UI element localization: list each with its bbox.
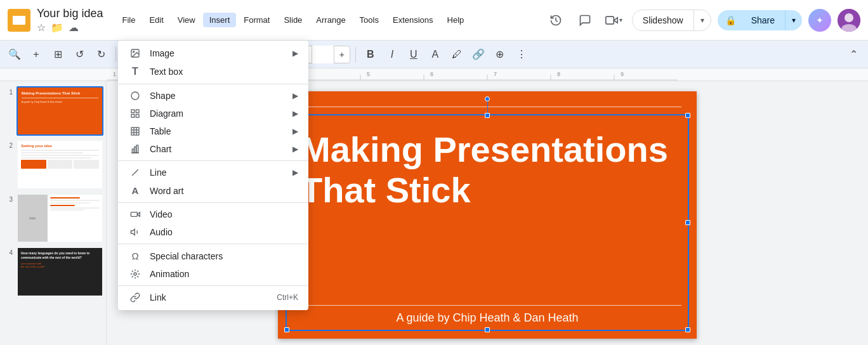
menu-item-video[interactable]: Video <box>118 205 308 223</box>
link-menu-icon <box>128 292 142 303</box>
user-avatar[interactable] <box>838 9 860 32</box>
doc-title: Your big idea <box>37 7 103 20</box>
video-icon <box>128 209 142 219</box>
shape-arrow: ▶ <box>293 91 298 100</box>
menu-help[interactable]: Help <box>441 13 471 27</box>
slide-thumb-4[interactable]: 4 How many languages do you need to know… <box>3 247 103 296</box>
menu-item-chart[interactable]: Chart ▶ <box>118 140 308 158</box>
comment-button[interactable] <box>574 9 596 32</box>
svg-text:8: 8 <box>557 71 560 77</box>
star-icon[interactable]: ☆ <box>37 22 46 34</box>
redo-button[interactable]: ↻ <box>91 45 110 64</box>
slide-preview-4[interactable]: How many languages do you need to know t… <box>16 247 103 296</box>
menu-slide[interactable]: Slide <box>277 13 308 27</box>
more-options[interactable]: ⋮ <box>512 45 531 64</box>
menu-item-link[interactable]: Link Ctrl+K <box>118 289 308 306</box>
underline-button[interactable]: U <box>404 45 423 64</box>
slide-preview-1[interactable]: Making Presentations That Stick A guide … <box>16 86 103 136</box>
svg-rect-37 <box>136 145 138 153</box>
zoom-fit-button[interactable]: 🔍 <box>5 45 24 64</box>
cloud-icon[interactable]: ☁ <box>69 22 79 34</box>
handle-bottom-right[interactable] <box>685 327 690 332</box>
slide-thumb-2[interactable]: 2 Setting your idea <box>3 140 103 189</box>
svg-rect-0 <box>606 16 614 24</box>
special-chars-label: Special characters <box>150 251 298 261</box>
table-arrow: ▶ <box>293 127 298 136</box>
slide-main-title: Making Presentations That Stick <box>301 129 674 275</box>
slideshow-label[interactable]: Slideshow <box>633 10 694 30</box>
slide-subtitle: A guide by Chip Heath & Dan Heath <box>301 311 674 325</box>
svg-marker-41 <box>131 229 135 235</box>
diagram-icon <box>128 108 142 119</box>
menu-insert[interactable]: Insert <box>203 13 237 27</box>
menu-arrange[interactable]: Arrange <box>310 13 352 27</box>
share-button[interactable]: 🔒 Share ▾ <box>718 10 802 30</box>
shape-label: Shape <box>150 91 293 101</box>
collapse-toolbar[interactable]: ⌃ <box>844 45 863 64</box>
highlight-button[interactable]: 🖊 <box>447 45 466 64</box>
camera-button[interactable]: ▾ <box>603 9 626 32</box>
font-size-increase[interactable]: + <box>334 46 350 63</box>
menu-item-diagram[interactable]: Diagram ▶ <box>118 105 308 122</box>
slide-thumb-1[interactable]: 1 Making Presentations That Stick A guid… <box>3 86 103 136</box>
menu-item-special-characters[interactable]: Ω Special characters <box>118 247 308 265</box>
share-caret[interactable]: ▾ <box>786 11 802 30</box>
table-label: Table <box>150 126 293 136</box>
gemini-button[interactable]: ✦ <box>808 9 831 32</box>
menu-item-image[interactable]: Image ▶ <box>118 44 308 62</box>
menu-view[interactable]: View <box>171 13 202 27</box>
svg-text:5: 5 <box>367 71 370 77</box>
menu-item-line[interactable]: Line ▶ <box>118 164 308 181</box>
insert-dropdown-menu: Image ▶ T Text box Shape ▶ Diagram ▶ Tab… <box>118 41 308 310</box>
menu-tools[interactable]: Tools <box>353 13 385 27</box>
handle-bottom-left[interactable] <box>284 327 289 332</box>
font-size-input[interactable]: 48 <box>312 46 334 63</box>
undo-button[interactable]: ↺ <box>70 45 89 64</box>
slideshow-button[interactable]: Slideshow ▾ <box>632 10 711 31</box>
slide-preview-2[interactable]: Setting your idea <box>16 140 103 189</box>
svg-rect-29 <box>131 127 139 135</box>
svg-line-38 <box>132 169 138 175</box>
menu-item-textbox[interactable]: T Text box <box>118 62 308 81</box>
menu-extensions[interactable]: Extensions <box>386 13 440 27</box>
text-color-button[interactable]: A <box>426 45 445 64</box>
menu-edit[interactable]: Edit <box>143 13 169 27</box>
rotation-handle[interactable] <box>485 96 490 101</box>
menu-format[interactable]: Format <box>237 13 276 27</box>
link-button[interactable]: 🔗 <box>469 45 488 64</box>
svg-rect-39 <box>131 212 137 217</box>
share-label[interactable]: Share <box>741 10 786 30</box>
handle-top-right[interactable] <box>685 113 690 118</box>
zoom-in-button[interactable]: + <box>27 45 46 64</box>
image-icon <box>128 48 142 58</box>
handle-middle-right[interactable] <box>685 220 690 225</box>
menu-sep-1 <box>118 84 308 84</box>
history-button[interactable] <box>544 9 567 32</box>
menu-sep-4 <box>118 244 308 244</box>
svg-point-24 <box>131 92 139 100</box>
slide-num-1: 1 <box>3 89 13 96</box>
animation-icon <box>128 269 142 279</box>
slideshow-caret[interactable]: ▾ <box>694 11 711 30</box>
insert-special[interactable]: ⊕ <box>490 45 510 64</box>
app-icon[interactable] <box>8 9 30 32</box>
menu-item-table[interactable]: Table ▶ <box>118 122 308 140</box>
insert-image-tb[interactable]: ⊞ <box>48 45 67 64</box>
slide-thumb-3[interactable]: 3 Intro <box>3 193 103 243</box>
slide-preview-3[interactable]: Intro <box>16 193 103 243</box>
menu-item-audio[interactable]: Audio <box>118 223 308 241</box>
animation-label: Animation <box>150 269 298 279</box>
menu-file[interactable]: File <box>115 13 141 27</box>
handle-top-center[interactable] <box>485 113 490 118</box>
audio-label: Audio <box>150 227 298 237</box>
menu-item-wordart[interactable]: A Word art <box>118 181 308 200</box>
menu-item-animation[interactable]: Animation <box>118 265 308 283</box>
title-area: Your big idea ☆ 📁 ☁ <box>37 7 103 34</box>
top-right-controls: ▾ Slideshow ▾ 🔒 Share ▾ ✦ <box>544 9 860 32</box>
italic-button[interactable]: I <box>383 45 402 64</box>
slide-num-3: 3 <box>3 196 13 203</box>
menu-item-shape[interactable]: Shape ▶ <box>118 87 308 105</box>
handle-bottom-center[interactable] <box>485 327 490 332</box>
bold-button[interactable]: B <box>361 45 380 64</box>
folder-icon[interactable]: 📁 <box>51 22 63 34</box>
